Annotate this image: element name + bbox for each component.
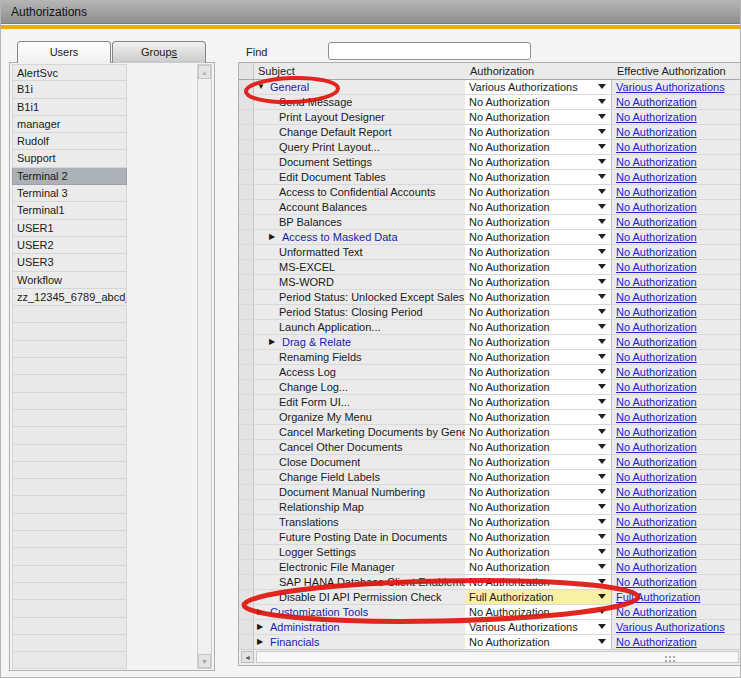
effective-authorization-link[interactable]: No Authorization <box>616 636 697 648</box>
dropdown-arrow-icon[interactable] <box>598 84 606 89</box>
scroll-left-icon[interactable]: ◄ <box>241 651 254 663</box>
authorization-dropdown[interactable]: No Authorization <box>465 200 612 214</box>
row-gutter[interactable] <box>239 185 254 199</box>
user-list-item[interactable]: zz_12345_6789_abcd_efgh <box>12 289 127 306</box>
row-gutter[interactable] <box>239 170 254 184</box>
user-list-item[interactable]: USER3 <box>12 254 127 271</box>
row-gutter[interactable] <box>239 485 254 499</box>
authorization-dropdown[interactable]: No Authorization <box>465 290 612 304</box>
dropdown-arrow-icon[interactable] <box>598 624 606 629</box>
user-list-empty-row[interactable] <box>12 548 127 565</box>
effective-authorization-link[interactable]: No Authorization <box>616 576 697 588</box>
user-list-item[interactable]: USER1 <box>12 220 127 237</box>
authorization-dropdown[interactable]: No Authorization <box>465 305 612 319</box>
authorization-dropdown[interactable]: No Authorization <box>465 410 612 424</box>
dropdown-arrow-icon[interactable] <box>598 174 606 179</box>
authorization-dropdown[interactable]: No Authorization <box>465 215 612 229</box>
authorization-dropdown[interactable]: No Authorization <box>465 95 612 109</box>
effective-authorization-link[interactable]: No Authorization <box>616 411 697 423</box>
user-list-empty-row[interactable] <box>12 410 127 427</box>
row-gutter[interactable] <box>239 605 254 619</box>
user-list-empty-row[interactable] <box>12 496 127 513</box>
dropdown-arrow-icon[interactable] <box>598 294 606 299</box>
user-list-empty-row[interactable] <box>12 306 127 323</box>
effective-authorization-link[interactable]: No Authorization <box>616 276 697 288</box>
dropdown-arrow-icon[interactable] <box>598 519 606 524</box>
row-gutter[interactable] <box>239 110 254 124</box>
dropdown-arrow-icon[interactable] <box>598 459 606 464</box>
authorization-dropdown[interactable]: No Authorization <box>465 440 612 454</box>
dropdown-arrow-icon[interactable] <box>598 99 606 104</box>
row-gutter[interactable] <box>239 560 254 574</box>
dropdown-arrow-icon[interactable] <box>598 639 606 644</box>
effective-authorization-link[interactable]: No Authorization <box>616 321 697 333</box>
user-list-item[interactable]: manager <box>12 116 127 133</box>
effective-authorization-link[interactable]: No Authorization <box>616 606 697 618</box>
tab-groups[interactable]: Groups <box>112 41 206 63</box>
row-gutter[interactable] <box>239 515 254 529</box>
authorization-dropdown[interactable]: No Authorization <box>465 140 612 154</box>
dropdown-arrow-icon[interactable] <box>598 474 606 479</box>
user-list-empty-row[interactable] <box>12 375 127 392</box>
user-list-empty-row[interactable] <box>12 323 127 340</box>
row-gutter[interactable] <box>239 410 254 424</box>
table-hscrollbar[interactable]: ◄ <box>240 649 741 664</box>
row-gutter[interactable] <box>239 395 254 409</box>
effective-authorization-link[interactable]: Full Authorization <box>616 591 700 603</box>
row-gutter[interactable] <box>239 95 254 109</box>
row-gutter[interactable] <box>239 455 254 469</box>
effective-authorization-link[interactable]: No Authorization <box>616 486 697 498</box>
row-gutter[interactable] <box>239 440 254 454</box>
user-list-empty-row[interactable] <box>12 358 127 375</box>
row-gutter[interactable] <box>239 380 254 394</box>
scrollbar-grip[interactable] <box>665 656 667 658</box>
row-gutter[interactable] <box>239 140 254 154</box>
effective-authorization-link[interactable]: No Authorization <box>616 501 697 513</box>
row-gutter[interactable] <box>239 260 254 274</box>
expand-closed-icon[interactable]: ▶ <box>257 605 267 619</box>
user-list-empty-row[interactable] <box>12 652 127 669</box>
effective-authorization-link[interactable]: No Authorization <box>616 231 697 243</box>
authorization-dropdown[interactable]: No Authorization <box>465 260 612 274</box>
effective-authorization-link[interactable]: No Authorization <box>616 381 697 393</box>
row-gutter[interactable] <box>239 470 254 484</box>
row-gutter[interactable] <box>239 155 254 169</box>
user-list-item[interactable]: Rudolf <box>12 133 127 150</box>
user-list-item[interactable]: Terminal 2 <box>12 168 127 185</box>
hscroll-track[interactable] <box>256 651 739 663</box>
dropdown-arrow-icon[interactable] <box>598 204 606 209</box>
row-gutter[interactable] <box>239 635 254 649</box>
user-list-empty-row[interactable] <box>12 635 127 652</box>
user-list-empty-row[interactable] <box>12 566 127 583</box>
subject-label[interactable]: Access to Masked Data <box>282 230 398 244</box>
row-gutter[interactable] <box>239 245 254 259</box>
dropdown-arrow-icon[interactable] <box>598 564 606 569</box>
authorization-dropdown[interactable]: No Authorization <box>465 545 612 559</box>
user-list-item[interactable]: B1i <box>12 81 127 98</box>
effective-authorization-link[interactable]: No Authorization <box>616 186 697 198</box>
dropdown-arrow-icon[interactable] <box>598 609 606 614</box>
effective-authorization-link[interactable]: No Authorization <box>616 366 697 378</box>
authorization-dropdown[interactable]: No Authorization <box>465 110 612 124</box>
user-list-empty-row[interactable] <box>12 583 127 600</box>
row-gutter[interactable] <box>239 200 254 214</box>
authorization-dropdown[interactable]: No Authorization <box>465 170 612 184</box>
subject-label[interactable]: Customization Tools <box>270 605 368 619</box>
row-gutter[interactable] <box>239 365 254 379</box>
dropdown-arrow-icon[interactable] <box>598 324 606 329</box>
effective-authorization-link[interactable]: No Authorization <box>616 351 697 363</box>
expand-open-icon[interactable]: ▼ <box>257 80 267 94</box>
effective-authorization-link[interactable]: No Authorization <box>616 216 697 228</box>
dropdown-arrow-icon[interactable] <box>598 384 606 389</box>
row-gutter[interactable] <box>239 545 254 559</box>
dropdown-arrow-icon[interactable] <box>598 144 606 149</box>
authorization-dropdown[interactable]: No Authorization <box>465 560 612 574</box>
user-list-empty-row[interactable] <box>12 618 127 635</box>
dropdown-arrow-icon[interactable] <box>598 129 606 134</box>
effective-authorization-link[interactable]: No Authorization <box>616 141 697 153</box>
authorization-dropdown[interactable]: No Authorization <box>465 350 612 364</box>
dropdown-arrow-icon[interactable] <box>598 234 606 239</box>
user-list-item[interactable]: Workflow <box>12 272 127 289</box>
dropdown-arrow-icon[interactable] <box>598 579 606 584</box>
effective-authorization-link[interactable]: Various Authorizations <box>616 621 725 633</box>
